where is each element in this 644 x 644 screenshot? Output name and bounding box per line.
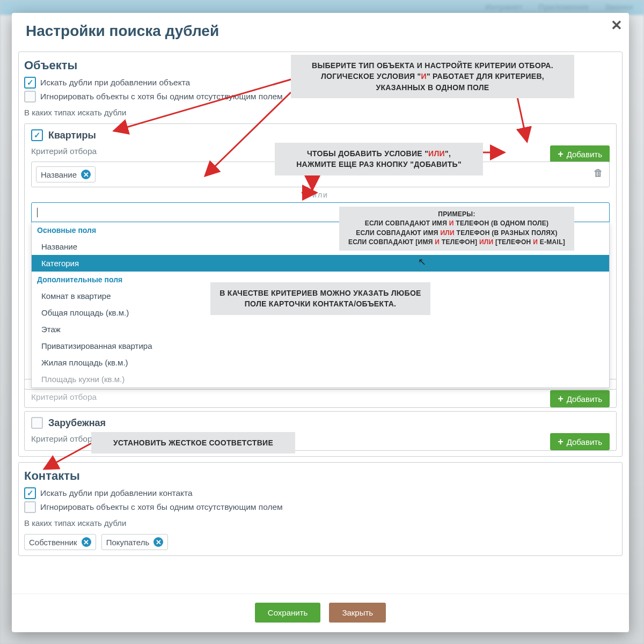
checkbox-type-apartments[interactable]: ✓ bbox=[31, 129, 43, 141]
checkbox-type-foreign[interactable] bbox=[31, 417, 43, 429]
callout-strict-match: УСТАНОВИТЬ ЖЕСТКОЕ СООТВЕТСТВИЕ bbox=[91, 432, 295, 453]
or-divider: или bbox=[31, 187, 610, 202]
checkbox-search-objects[interactable]: ✓ bbox=[24, 77, 36, 89]
cursor-icon: ↖ bbox=[418, 256, 426, 268]
settings-modal: ✕ Настройки поиска дублей Объекты ✓ Иска… bbox=[12, 13, 629, 632]
modal-footer: Сохранить Закрыть bbox=[12, 594, 629, 632]
trash-icon[interactable]: 🗑 bbox=[592, 166, 605, 179]
type-title: Зарубежная bbox=[48, 418, 106, 429]
add-button-label: Добавить bbox=[567, 394, 602, 404]
checkbox-label: Искать дубли при добавлении контакта bbox=[40, 488, 193, 498]
plus-icon: + bbox=[558, 149, 564, 159]
type-title: Квартиры bbox=[48, 130, 96, 141]
plus-icon: + bbox=[558, 394, 564, 404]
checkbox-label: Игнорировать объекты с хотя бы одним отс… bbox=[40, 92, 283, 101]
criteria-label: Критерий отбора bbox=[31, 392, 610, 402]
dropdown-item-category[interactable]: Категория ↖ bbox=[32, 255, 609, 272]
criteria-chip: Название ✕ bbox=[36, 166, 96, 182]
contacts-heading: Контакты bbox=[24, 467, 617, 486]
add-criteria-button[interactable]: + Добавить bbox=[550, 433, 610, 450]
checkbox-label: Игнорировать объекты с хотя бы одним отс… bbox=[40, 502, 283, 512]
dropdown-item[interactable]: Приватизированная квартира bbox=[32, 338, 609, 354]
add-criteria-button[interactable]: + Добавить bbox=[550, 390, 610, 407]
objects-panel: Объекты ✓ Искать дубли при добавлении об… bbox=[18, 52, 623, 457]
checkbox-search-contacts[interactable]: ✓ bbox=[24, 487, 36, 499]
contacts-panel: Контакты ✓ Искать дубли при добавлении к… bbox=[18, 462, 623, 556]
callout-any-field: В КАЧЕСТВЕ КРИТЕРИЕВ МОЖНО УКАЗАТЬ ЛЮБОЕ… bbox=[210, 282, 430, 315]
dropdown-item[interactable]: Площадь кухни (кв.м.) bbox=[32, 371, 609, 387]
chip-label: Название bbox=[41, 170, 77, 179]
callout-examples: ПРИМЕРЫ: ЕСЛИ СОВПАДАЮТ ИМЯ И ТЕЛЕФОН (В… bbox=[339, 207, 574, 251]
modal-title: Настройки поиска дублей bbox=[12, 13, 629, 52]
chip-remove-icon[interactable]: ✕ bbox=[81, 170, 91, 179]
bg-nav: Интранет Приложения Звонки bbox=[485, 0, 633, 13]
contact-type-chip-buyer: Покупатель ✕ bbox=[101, 534, 169, 550]
chip-remove-icon[interactable]: ✕ bbox=[82, 537, 91, 547]
close-icon[interactable]: ✕ bbox=[611, 18, 623, 32]
plus-icon: + bbox=[558, 437, 564, 447]
dropdown-item-label: Категория bbox=[41, 259, 79, 268]
callout-or-logic: ЧТОБЫ ДОБАВИТЬ УСЛОВИЕ "ИЛИ", НАЖМИТЕ ЕЩ… bbox=[275, 143, 483, 175]
chip-label: Собственник bbox=[29, 538, 77, 547]
save-button[interactable]: Сохранить bbox=[255, 603, 321, 623]
checkbox-ignore-missing-contacts[interactable] bbox=[24, 501, 36, 513]
add-criteria-button[interactable]: + Добавить bbox=[550, 145, 610, 163]
checkbox-ignore-missing[interactable] bbox=[24, 91, 36, 103]
types-label: В каких типах искать дубли bbox=[24, 104, 617, 120]
add-button-label: Добавить bbox=[567, 150, 602, 159]
contact-type-chip-owner: Собственник ✕ bbox=[24, 534, 96, 550]
close-button[interactable]: Закрыть bbox=[329, 603, 386, 623]
chip-remove-icon[interactable]: ✕ bbox=[153, 537, 163, 547]
add-button-label: Добавить bbox=[567, 437, 602, 447]
callout-and-logic: ВЫБЕРИТЕ ТИП ОБЪЕКТА И НАСТРОЙТЕ КРИТЕРИ… bbox=[291, 55, 574, 98]
dropdown-item[interactable]: Жилая площадь (кв.м.) bbox=[32, 354, 609, 371]
chip-label: Покупатель bbox=[106, 538, 150, 547]
checkbox-label: Искать дубли при добавлении объекта bbox=[40, 78, 190, 87]
types-label: В каких типах искать дубли bbox=[24, 514, 617, 531]
dropdown-item[interactable]: Этаж bbox=[32, 321, 609, 338]
